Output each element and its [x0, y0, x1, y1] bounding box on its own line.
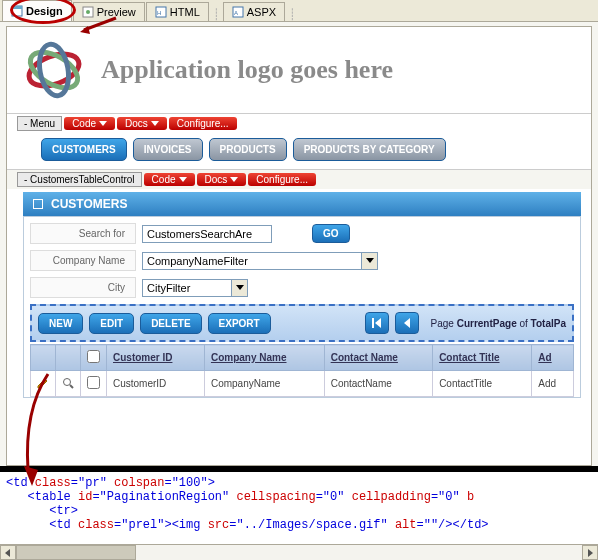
cell-contact-title: ContactTitle: [433, 371, 532, 397]
menu-band: - Menu Code Docs Configure...: [7, 113, 591, 133]
preview-icon: [82, 6, 94, 18]
scroll-left-button[interactable]: [0, 545, 16, 560]
search-for-label: Search for: [30, 223, 136, 244]
svg-text:H: H: [157, 10, 161, 16]
col-contact-name[interactable]: Contact Name: [324, 345, 432, 371]
cell-customer-id: CustomerID: [107, 371, 205, 397]
svg-point-10: [36, 42, 73, 98]
select-all-checkbox[interactable]: [87, 350, 100, 363]
chevron-down-icon: [236, 285, 244, 290]
edit-button[interactable]: EDIT: [89, 313, 134, 334]
col-contact-title[interactable]: Contact Title: [433, 345, 532, 371]
scroll-thumb[interactable]: [16, 545, 136, 560]
col-edit: [31, 345, 56, 371]
tab-aspx[interactable]: AASPX: [223, 2, 285, 21]
chevron-down-icon: [179, 177, 187, 182]
nav-customers[interactable]: CUSTOMERS: [41, 138, 127, 161]
pencil-icon: [37, 377, 49, 389]
html-icon: H: [155, 6, 167, 18]
tab-separator-2: ┊: [289, 8, 296, 21]
chevron-left-icon: [404, 318, 410, 328]
svg-point-3: [86, 10, 90, 14]
scroll-right-button[interactable]: [582, 545, 598, 560]
chevron-down-icon: [366, 258, 374, 263]
design-pane: Application logo goes here - Menu Code D…: [6, 26, 592, 466]
dropdown-arrow[interactable]: [232, 279, 248, 297]
table-header-row: Customer ID Company Name Contact Name Co…: [31, 345, 574, 371]
search-input[interactable]: [142, 225, 272, 243]
cell-edit[interactable]: [31, 371, 56, 397]
source-code-pane[interactable]: <td class="pr" colspan="100"> <table id=…: [0, 472, 598, 552]
chevron-down-icon: [99, 121, 107, 126]
prev-page-button[interactable]: [395, 312, 419, 334]
chevron-down-icon: [230, 177, 238, 182]
col-customer-id[interactable]: Customer ID: [107, 345, 205, 371]
go-button[interactable]: GO: [312, 224, 350, 243]
data-table: Customer ID Company Name Contact Name Co…: [30, 344, 574, 397]
action-toolbar: NEW EDIT DELETE EXPORT Page CurrentPage …: [30, 304, 574, 342]
section-header: CUSTOMERS: [23, 192, 581, 216]
horizontal-scrollbar: [0, 544, 598, 560]
city-filter[interactable]: [142, 279, 232, 297]
ctc-code-button[interactable]: Code: [144, 173, 195, 186]
section-title: CUSTOMERS: [51, 197, 127, 211]
tab-aspx-label: ASPX: [247, 6, 276, 18]
company-name-label: Company Name: [30, 250, 136, 271]
export-button[interactable]: EXPORT: [208, 313, 271, 334]
city-label: City: [30, 277, 136, 298]
cell-company-name: CompanyName: [204, 371, 324, 397]
logo-text: Application logo goes here: [101, 55, 393, 85]
svg-rect-1: [12, 6, 22, 9]
aspx-icon: A: [232, 6, 244, 18]
ctc-docs-button[interactable]: Docs: [197, 173, 247, 186]
tab-design-label: Design: [26, 5, 63, 17]
menu-configure-button[interactable]: Configure...: [169, 117, 237, 130]
chevron-down-icon: [151, 121, 159, 126]
delete-button[interactable]: DELETE: [140, 313, 201, 334]
menu-docs-button[interactable]: Docs: [117, 117, 167, 130]
nav-row: CUSTOMERS INVOICES PRODUCTS PRODUCTS BY …: [7, 133, 591, 169]
nav-products-by-category[interactable]: PRODUCTS BY CATEGORY: [293, 138, 446, 161]
cell-check[interactable]: [81, 371, 107, 397]
cell-view[interactable]: [56, 371, 81, 397]
col-address[interactable]: Ad: [532, 345, 574, 371]
col-check[interactable]: [81, 345, 107, 371]
new-button[interactable]: NEW: [38, 313, 83, 334]
app-logo-icon: [23, 41, 85, 99]
tab-preview[interactable]: Preview: [73, 2, 145, 21]
cell-contact-name: ContactName: [324, 371, 432, 397]
rewind-icon: [375, 318, 381, 328]
svg-line-12: [70, 385, 73, 388]
svg-point-9: [24, 45, 83, 95]
table-row: CustomerID CompanyName ContactName Conta…: [31, 371, 574, 397]
nav-products[interactable]: PRODUCTS: [209, 138, 287, 161]
col-company-name[interactable]: Company Name: [204, 345, 324, 371]
collapse-icon[interactable]: [33, 199, 43, 209]
menu-code-button[interactable]: Code: [64, 117, 115, 130]
row-checkbox[interactable]: [87, 376, 100, 389]
pagination-text: Page CurrentPage of TotalPa: [431, 318, 566, 329]
scroll-track[interactable]: [16, 545, 582, 560]
magnifier-icon: [62, 377, 74, 389]
tab-separator: ┊: [213, 8, 220, 21]
view-tabs: Design Preview HHTML ┊ AASPX ┊: [0, 0, 598, 22]
ctc-configure-button[interactable]: Configure...: [248, 173, 316, 186]
design-icon: [11, 5, 23, 17]
nav-invoices[interactable]: INVOICES: [133, 138, 203, 161]
tab-html[interactable]: HHTML: [146, 2, 209, 21]
menu-label[interactable]: - Menu: [17, 116, 62, 131]
table-control-label[interactable]: - CustomersTableControl: [17, 172, 142, 187]
col-view: [56, 345, 81, 371]
svg-point-11: [64, 378, 71, 385]
table-control-band: - CustomersTableControl Code Docs Config…: [7, 169, 591, 189]
tab-html-label: HTML: [170, 6, 200, 18]
cell-address: Add: [532, 371, 574, 397]
company-name-filter[interactable]: [142, 252, 362, 270]
svg-text:A: A: [234, 10, 238, 16]
filter-panel: Search for GO Company Name City NEW EDIT…: [23, 216, 581, 398]
first-page-button[interactable]: [365, 312, 389, 334]
dropdown-arrow[interactable]: [362, 252, 378, 270]
tab-preview-label: Preview: [97, 6, 136, 18]
tab-design[interactable]: Design: [2, 0, 72, 21]
